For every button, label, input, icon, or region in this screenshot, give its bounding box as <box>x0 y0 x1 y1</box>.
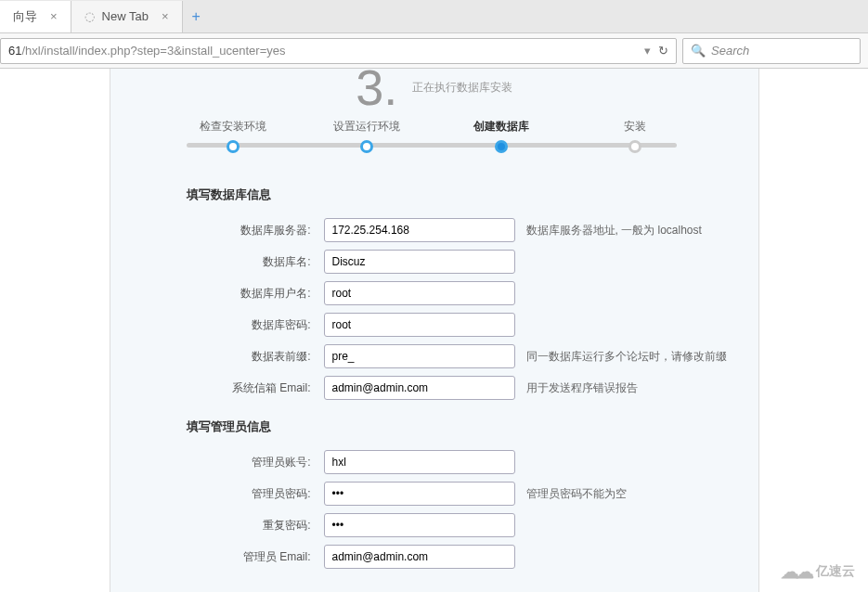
browser-tab-2[interactable]: ◌ New Tab × <box>71 1 183 32</box>
watermark-logo: ☁☁ 亿速云 <box>781 560 855 583</box>
step-subtitle: 正在执行数据库安装 <box>412 80 512 96</box>
step-dot-icon <box>227 140 240 153</box>
step-label: 创建数据库 <box>434 119 569 135</box>
browser-search-input[interactable]: 🔍 Search <box>682 38 861 64</box>
db-field-label: 数据库用户名: <box>110 286 324 302</box>
dropdown-icon[interactable]: ▾ <box>644 44 651 58</box>
step-label: 设置运行环境 <box>300 119 434 135</box>
url-toolbar: 61 /hxl/install/index.php?step=3&install… <box>0 33 868 69</box>
db-field-row: 数据库密码: <box>110 309 758 341</box>
step-install: 安装 <box>568 119 703 153</box>
admin-field-label: 管理员账号: <box>110 455 324 470</box>
close-icon[interactable]: × <box>162 9 169 23</box>
admin-field-input[interactable] <box>324 482 515 506</box>
admin-field-input[interactable] <box>324 545 515 569</box>
step-dot-icon <box>495 140 508 153</box>
admin-field-row: 管理员账号: <box>110 446 758 478</box>
db-field-row: 数据库用户名: <box>110 277 758 309</box>
admin-field-row: 管理员密码:管理员密码不能为空 <box>110 478 758 509</box>
admin-field-label: 管理员 Email: <box>110 549 324 565</box>
db-field-row: 数据表前缀:同一数据库运行多个论坛时，请修改前缀 <box>110 341 758 372</box>
db-field-row: 数据库服务器:数据库服务器地址, 一般为 localhost <box>110 214 758 246</box>
db-field-input[interactable] <box>324 281 515 305</box>
globe-icon: ◌ <box>84 9 95 23</box>
admin-field-row: 管理员 Email: <box>110 541 758 573</box>
url-path: /hxl/install/index.php?step=3&install_uc… <box>21 44 285 58</box>
tab-title: 向导 <box>13 8 37 25</box>
installer-panel: 3. 正在执行数据库安装 检查安装环境 设置运行环境 创建数据库 安装 填写数据… <box>110 69 759 592</box>
db-field-label: 系统信箱 Email: <box>110 380 324 396</box>
db-field-label: 数据表前缀: <box>110 349 324 365</box>
db-field-row: 数据库名: <box>110 246 758 277</box>
step-create-db: 创建数据库 <box>434 119 569 153</box>
step-dot-icon <box>360 140 373 153</box>
step-label: 检查安装环境 <box>166 119 301 135</box>
admin-field-label: 重复密码: <box>110 518 324 534</box>
url-input[interactable]: 61 /hxl/install/index.php?step=3&install… <box>0 38 677 64</box>
admin-field-input[interactable] <box>324 513 515 537</box>
db-field-input[interactable] <box>324 313 515 337</box>
admin-field-input[interactable] <box>324 450 515 474</box>
search-placeholder: Search <box>711 44 749 58</box>
section-title-db: 填写数据库信息 <box>110 172 758 214</box>
admin-field-label: 管理员密码: <box>110 486 324 502</box>
step-dot-icon <box>628 140 641 153</box>
browser-tab-1[interactable]: 向导 × <box>0 1 71 32</box>
db-field-input[interactable] <box>324 250 515 274</box>
db-field-hint: 用于发送程序错误报告 <box>515 380 638 396</box>
step-progress: 检查安装环境 设置运行环境 创建数据库 安装 <box>110 109 758 172</box>
reload-icon[interactable]: ↻ <box>658 44 668 58</box>
step-set-env: 设置运行环境 <box>300 119 434 153</box>
db-field-label: 数据库密码: <box>110 317 324 333</box>
search-icon: 🔍 <box>691 44 706 58</box>
tab-title: New Tab <box>102 9 149 23</box>
close-icon[interactable]: × <box>50 9 58 23</box>
url-host: 61 <box>8 44 21 58</box>
new-tab-button[interactable]: + <box>183 8 210 25</box>
db-field-label: 数据库服务器: <box>110 223 324 238</box>
db-field-input[interactable] <box>324 344 515 368</box>
db-field-hint: 数据库服务器地址, 一般为 localhost <box>515 223 702 238</box>
admin-field-hint: 管理员密码不能为空 <box>515 486 627 502</box>
db-field-row: 系统信箱 Email:用于发送程序错误报告 <box>110 372 758 404</box>
step-label: 安装 <box>568 119 703 135</box>
step-number: 3. <box>356 72 397 102</box>
db-field-input[interactable] <box>324 376 515 400</box>
cloud-icon: ☁☁ <box>781 560 810 583</box>
step-check-env: 检查安装环境 <box>166 119 301 153</box>
db-field-label: 数据库名: <box>110 254 324 270</box>
admin-field-row: 重复密码: <box>110 509 758 541</box>
browser-tab-strip: 向导 × ◌ New Tab × + <box>0 0 868 33</box>
watermark-text: 亿速云 <box>816 563 855 580</box>
section-title-admin: 填写管理员信息 <box>110 404 758 446</box>
db-field-input[interactable] <box>324 218 515 242</box>
db-field-hint: 同一数据库运行多个论坛时，请修改前缀 <box>515 349 727 365</box>
